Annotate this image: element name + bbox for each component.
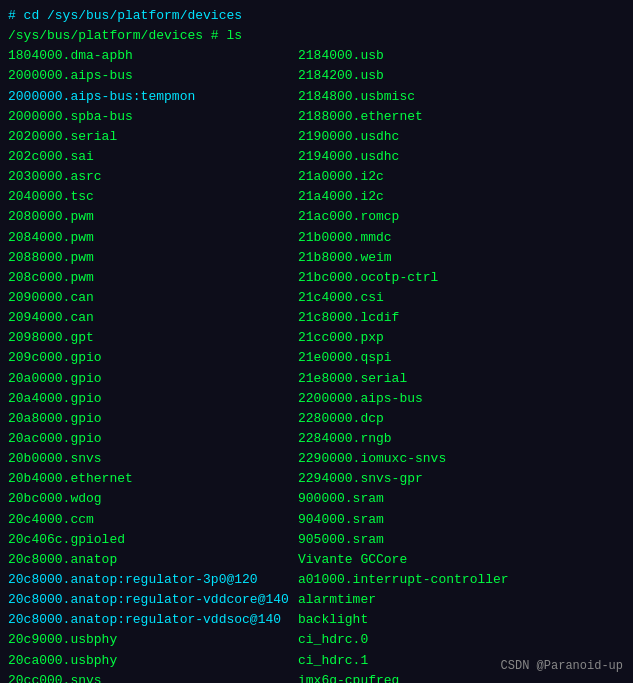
ls-right-col: 2184000.usb (298, 46, 384, 66)
ls-left-col: 20c4000.ccm (8, 510, 298, 530)
ls-line: 2080000.pwm21ac000.romcp (8, 207, 625, 227)
ls-line: 2088000.pwm21b8000.weim (8, 248, 625, 268)
ls-line: 2040000.tsc21a4000.i2c (8, 187, 625, 207)
ls-left-col: 20ac000.gpio (8, 429, 298, 449)
ls-right-col: 2190000.usdhc (298, 127, 399, 147)
ls-line: 20c8000.anatopVivante GCCore (8, 550, 625, 570)
ls-right-col: 2280000.dcp (298, 409, 384, 429)
ls-left-col: 20bc000.wdog (8, 489, 298, 509)
ls-left-col: 2040000.tsc (8, 187, 298, 207)
header-line-1: # cd /sys/bus/platform/devices (8, 6, 625, 26)
ls-left-col: 2000000.aips-bus:tempmon (8, 87, 298, 107)
ls-line: 20b4000.ethernet2294000.snvs-gpr (8, 469, 625, 489)
ls-right-col: imx6q-cpufreq (298, 671, 399, 683)
ls-line: 20c9000.usbphyci_hdrc.0 (8, 630, 625, 650)
ls-line: 20a4000.gpio2200000.aips-bus (8, 389, 625, 409)
ls-right-col: 2284000.rngb (298, 429, 392, 449)
ls-right-col: 21c4000.csi (298, 288, 384, 308)
ls-right-col: 21c8000.lcdif (298, 308, 399, 328)
ls-left-col: 20a8000.gpio (8, 409, 298, 429)
ls-right-col: 2294000.snvs-gpr (298, 469, 423, 489)
ls-left-col: 20a0000.gpio (8, 369, 298, 389)
ls-line: 20c8000.anatop:regulator-3p0@120a01000.i… (8, 570, 625, 590)
ls-right-col: 21ac000.romcp (298, 207, 399, 227)
ls-left-col: 202c000.sai (8, 147, 298, 167)
ls-right-col: ci_hdrc.0 (298, 630, 368, 650)
ls-right-col: 21cc000.pxp (298, 328, 384, 348)
ls-right-col: backlight (298, 610, 368, 630)
ls-right-col: 904000.sram (298, 510, 384, 530)
ls-left-col: 209c000.gpio (8, 348, 298, 368)
ls-right-col: alarmtimer (298, 590, 376, 610)
ls-left-col: 2080000.pwm (8, 207, 298, 227)
ls-left-col: 20c406c.gpioled (8, 530, 298, 550)
header-line-2: /sys/bus/platform/devices # ls (8, 26, 625, 46)
ls-right-col: 900000.sram (298, 489, 384, 509)
ls-left-col: 2088000.pwm (8, 248, 298, 268)
ls-left-col: 20c8000.anatop:regulator-vddcore@140 (8, 590, 298, 610)
ls-left-col: 2084000.pwm (8, 228, 298, 248)
ls-left-col: 20c8000.anatop:regulator-3p0@120 (8, 570, 298, 590)
ls-right-col: 21b0000.mmdc (298, 228, 392, 248)
ls-left-col: 2098000.gpt (8, 328, 298, 348)
ls-left-col: 2094000.can (8, 308, 298, 328)
ls-line: 2090000.can21c4000.csi (8, 288, 625, 308)
ls-line: 2084000.pwm21b0000.mmdc (8, 228, 625, 248)
ls-left-col: 20cc000.snvs (8, 671, 298, 683)
ls-left-col: 20b0000.snvs (8, 449, 298, 469)
ls-left-col: 2000000.aips-bus (8, 66, 298, 86)
ls-right-col: 21e8000.serial (298, 369, 407, 389)
ls-right-col: 21e0000.qspi (298, 348, 392, 368)
ls-left-col: 1804000.dma-apbh (8, 46, 298, 66)
ls-left-col: 208c000.pwm (8, 268, 298, 288)
ls-left-col: 20ca000.usbphy (8, 651, 298, 671)
ls-left-col: 2000000.spba-bus (8, 107, 298, 127)
ls-right-col: 2184200.usb (298, 66, 384, 86)
ls-line: 20c4000.ccm904000.sram (8, 510, 625, 530)
ls-right-col: 2184800.usbmisc (298, 87, 415, 107)
ls-right-col: 21a4000.i2c (298, 187, 384, 207)
ls-right-col: ci_hdrc.1 (298, 651, 368, 671)
ls-line: 20ac000.gpio2284000.rngb (8, 429, 625, 449)
ls-right-col: 21b8000.weim (298, 248, 392, 268)
ls-line: 2030000.asrc21a0000.i2c (8, 167, 625, 187)
ls-right-col: 2188000.ethernet (298, 107, 423, 127)
ls-line: 20c406c.gpioled905000.sram (8, 530, 625, 550)
ls-line: 20bc000.wdog900000.sram (8, 489, 625, 509)
ls-line: 209c000.gpio21e0000.qspi (8, 348, 625, 368)
ls-right-col: a01000.interrupt-controller (298, 570, 509, 590)
ls-left-col: 2020000.serial (8, 127, 298, 147)
ls-line: 1804000.dma-apbh2184000.usb (8, 46, 625, 66)
ls-line: 20a0000.gpio21e8000.serial (8, 369, 625, 389)
ls-right-col: 2290000.iomuxc-snvs (298, 449, 446, 469)
ls-right-col: Vivante GCCore (298, 550, 407, 570)
ls-left-col: 2030000.asrc (8, 167, 298, 187)
ls-left-col: 20c8000.anatop (8, 550, 298, 570)
ls-line: 2020000.serial2190000.usdhc (8, 127, 625, 147)
watermark: CSDN @Paranoid-up (501, 659, 623, 673)
ls-right-col: 905000.sram (298, 530, 384, 550)
watermark-text: CSDN @Paranoid-up (501, 659, 623, 673)
ls-line: 20c8000.anatop:regulator-vddcore@140alar… (8, 590, 625, 610)
ls-line: 20b0000.snvs2290000.iomuxc-snvs (8, 449, 625, 469)
terminal-window: # cd /sys/bus/platform/devices /sys/bus/… (0, 0, 633, 683)
ls-line: 20c8000.anatop:regulator-vddsoc@140backl… (8, 610, 625, 630)
header-text-2: /sys/bus/platform/devices # ls (8, 26, 242, 46)
ls-right-col: 21bc000.ocotp-ctrl (298, 268, 438, 288)
terminal-content: # cd /sys/bus/platform/devices /sys/bus/… (8, 6, 625, 683)
ls-right-col: 21a0000.i2c (298, 167, 384, 187)
ls-left-col: 20c8000.anatop:regulator-vddsoc@140 (8, 610, 298, 630)
ls-left-col: 20c9000.usbphy (8, 630, 298, 650)
ls-line: 2098000.gpt21cc000.pxp (8, 328, 625, 348)
ls-line: 202c000.sai2194000.usdhc (8, 147, 625, 167)
ls-left-col: 2090000.can (8, 288, 298, 308)
ls-output: 1804000.dma-apbh2184000.usb2000000.aips-… (8, 46, 625, 683)
ls-right-col: 2200000.aips-bus (298, 389, 423, 409)
ls-line: 2000000.aips-bus2184200.usb (8, 66, 625, 86)
header-text-1: # cd /sys/bus/platform/devices (8, 6, 242, 26)
ls-line: 2094000.can21c8000.lcdif (8, 308, 625, 328)
ls-left-col: 20b4000.ethernet (8, 469, 298, 489)
ls-line: 2000000.aips-bus:tempmon2184800.usbmisc (8, 87, 625, 107)
ls-right-col: 2194000.usdhc (298, 147, 399, 167)
ls-line: 2000000.spba-bus2188000.ethernet (8, 107, 625, 127)
